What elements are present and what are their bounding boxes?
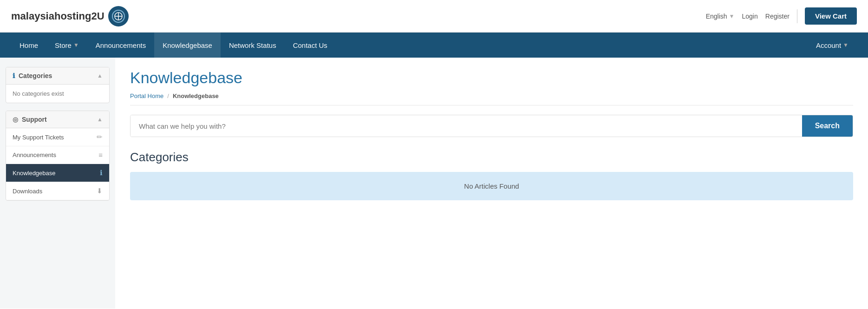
nav-item-contact-us[interactable]: Contact Us <box>285 33 336 58</box>
store-chevron-icon: ▼ <box>73 42 79 48</box>
nav-item-announcements[interactable]: Announcements <box>87 33 154 58</box>
support-icon: ◎ <box>13 116 18 123</box>
logo-text: malaysiahosting2U <box>11 10 104 22</box>
account-label: Account <box>816 41 841 49</box>
sidebar: ℹ Categories ▲ No categories exist ◎ Sup… <box>0 58 115 309</box>
no-articles-box: No Articles Found <box>130 172 853 200</box>
language-selector[interactable]: English ▼ <box>706 13 735 20</box>
breadcrumb-separator: / <box>167 92 169 99</box>
search-button[interactable]: Search <box>802 115 853 137</box>
vertical-divider <box>797 9 797 23</box>
support-panel-header: ◎ Support ▲ <box>6 111 109 128</box>
view-cart-button[interactable]: View Cart <box>805 7 857 25</box>
top-right-actions: English ▼ Login Register View Cart <box>706 7 857 25</box>
knowledgebase-icon: ℹ <box>100 169 103 177</box>
sidebar-item-announcements[interactable]: Announcements ≡ <box>6 146 109 164</box>
main-layout: ℹ Categories ▲ No categories exist ◎ Sup… <box>0 58 868 309</box>
categories-panel: ℹ Categories ▲ No categories exist <box>6 67 110 103</box>
sidebar-item-knowledgebase[interactable]: Knowledgebase ℹ <box>6 164 109 182</box>
downloads-label: Downloads <box>13 188 42 195</box>
nav-account[interactable]: Account ▼ <box>808 33 857 58</box>
support-panel: ◎ Support ▲ My Support Tickets ✏ Announc… <box>6 111 110 201</box>
sidebar-item-my-support-tickets[interactable]: My Support Tickets ✏ <box>6 128 109 146</box>
support-collapse-icon[interactable]: ▲ <box>97 116 103 123</box>
account-chevron-icon: ▼ <box>843 42 848 48</box>
main-content: Knowledgebase Portal Home / Knowledgebas… <box>115 58 868 309</box>
breadcrumb-home-link[interactable]: Portal Home <box>130 92 163 99</box>
store-label: Store <box>55 41 72 49</box>
my-support-tickets-label: My Support Tickets <box>13 134 64 141</box>
support-header-label: Support <box>22 116 47 123</box>
knowledgebase-label: Knowledgebase <box>13 170 56 177</box>
nav-spacer <box>336 33 808 58</box>
search-bar: Search <box>130 115 853 137</box>
categories-info-icon: ℹ <box>13 72 15 79</box>
nav-item-knowledgebase[interactable]: Knowledgebase <box>154 33 221 58</box>
nav-item-store[interactable]: Store ▼ <box>46 33 87 58</box>
page-title: Knowledgebase <box>130 69 853 87</box>
logo-area: malaysiahosting2U <box>11 6 129 26</box>
categories-header-label: Categories <box>19 72 52 79</box>
lang-chevron-icon: ▼ <box>729 13 735 20</box>
no-categories-text: No categories exist <box>13 90 64 97</box>
categories-collapse-icon[interactable]: ▲ <box>97 72 103 79</box>
nav-item-network-status[interactable]: Network Status <box>221 33 285 58</box>
categories-panel-body: No categories exist <box>6 85 109 103</box>
announcements-label: Announcements <box>13 151 56 158</box>
breadcrumb-current: Knowledgebase <box>173 92 219 99</box>
login-link[interactable]: Login <box>742 13 758 20</box>
top-bar: malaysiahosting2U English ▼ Login Regist… <box>0 0 868 33</box>
downloads-icon: ⬇ <box>97 187 103 195</box>
announcements-icon: ≡ <box>98 151 103 159</box>
no-articles-text: No Articles Found <box>464 182 519 190</box>
language-label: English <box>706 13 727 20</box>
logo-icon <box>108 6 129 26</box>
breadcrumb: Portal Home / Knowledgebase <box>130 92 853 105</box>
search-input[interactable] <box>131 115 802 137</box>
tickets-icon: ✏ <box>97 133 103 141</box>
main-nav: Home Store ▼ Announcements Knowledgebase… <box>0 33 868 58</box>
register-link[interactable]: Register <box>765 13 790 20</box>
categories-panel-header: ℹ Categories ▲ <box>6 67 109 85</box>
categories-section-title: Categories <box>130 150 853 164</box>
sidebar-item-downloads[interactable]: Downloads ⬇ <box>6 182 109 200</box>
support-header-left: ◎ Support <box>13 116 47 123</box>
nav-item-home[interactable]: Home <box>11 33 46 58</box>
categories-header-left: ℹ Categories <box>13 72 52 79</box>
